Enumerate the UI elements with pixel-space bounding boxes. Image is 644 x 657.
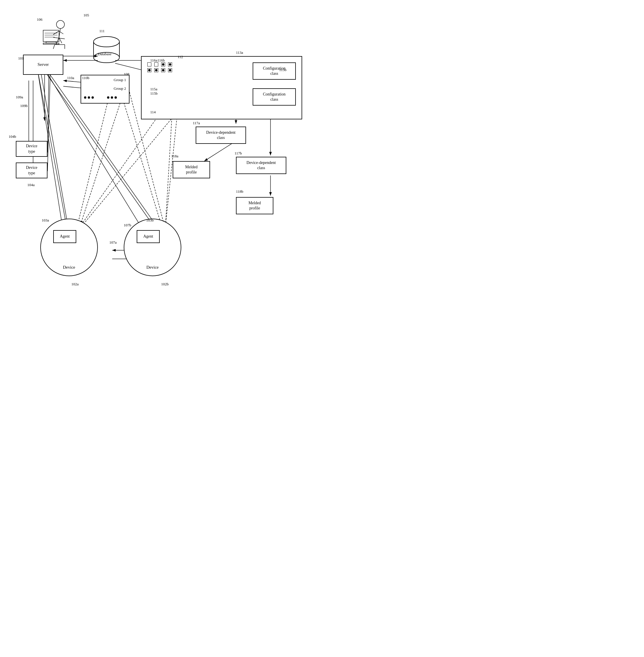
config-area-box: Configurationclass Configurationclass 11… (141, 56, 302, 119)
config-cell (154, 63, 158, 67)
melded-a-label: Meldedprofile (185, 165, 198, 175)
melded-a-box: Meldedprofile (172, 161, 210, 178)
melded-b-label: Meldedprofile (249, 201, 261, 211)
config-cell (168, 63, 172, 67)
dot (169, 63, 171, 66)
ref-104b: 104b (9, 134, 16, 139)
dot (169, 69, 171, 71)
ref-111: 111 (99, 29, 105, 33)
group2-label: Group 2 (114, 86, 126, 91)
device-dep-a-label: Device-dependentclass (206, 130, 236, 140)
ref-106: 106 (37, 17, 43, 22)
config-cell (147, 63, 151, 67)
group1-label: Group 1 (114, 78, 126, 83)
ref-116a: 116a (150, 58, 157, 63)
server-label: Server (38, 62, 49, 68)
dot6 (115, 96, 117, 99)
config-grid (147, 63, 173, 72)
device-type-a-box: Devicetype (16, 141, 47, 157)
ref-114: 114 (150, 110, 156, 115)
ref-113b: 113b (279, 68, 286, 72)
ref-103a: 103a (42, 218, 49, 222)
svg-line-44 (53, 31, 59, 34)
server-box: Server (23, 55, 63, 75)
config-cell (161, 63, 165, 67)
dot (162, 69, 164, 71)
agent-b-label: Agent (143, 234, 153, 239)
svg-line-15 (78, 84, 112, 225)
svg-point-52 (93, 37, 119, 47)
svg-line-30 (47, 69, 50, 171)
config-cell (154, 68, 158, 72)
svg-line-46 (56, 38, 59, 45)
config-class-b-box: Configurationclass (253, 88, 296, 105)
agent-a-label: Agent (60, 234, 70, 239)
svg-line-19 (80, 103, 167, 226)
svg-line-13 (204, 141, 236, 161)
agent-b-box: Agent (137, 230, 160, 243)
user-at-computer (38, 15, 72, 53)
config-cell (147, 68, 151, 72)
device-b-circle: Device (124, 219, 181, 276)
dot5 (111, 96, 113, 99)
ref-107a: 107a (109, 240, 117, 245)
agent-a-box: Agent (53, 230, 76, 243)
ref-101: 101 (18, 56, 24, 61)
svg-line-22 (82, 103, 184, 226)
ref-118a: 118a (171, 154, 178, 159)
svg-line-17 (80, 92, 124, 225)
diagram-container: Server Group 1 Group 2 (0, 0, 322, 329)
ref-116b: 116b (157, 58, 165, 63)
dot3 (92, 96, 94, 99)
ref-112: 112 (178, 55, 183, 59)
dot (162, 63, 164, 66)
ref-113a: 113a (236, 50, 243, 55)
ref-103b: 103b (146, 218, 154, 222)
ref-105: 105 (84, 13, 89, 18)
dot2 (88, 96, 90, 99)
svg-rect-36 (43, 30, 59, 42)
device-a-label: Device (63, 265, 75, 270)
device-dep-b-box: Device-dependentclass (236, 157, 286, 174)
ref-117a: 117a (193, 121, 200, 125)
device-dep-b-label: Device-dependentclass (247, 160, 276, 170)
ref-109b: 109b (20, 103, 28, 108)
ref-110a: 110a (67, 76, 74, 80)
device-type-b-box: Devicetype (16, 163, 47, 178)
device-dep-a-box: Device-dependentclass (196, 126, 246, 144)
ref-118b: 118b (236, 189, 244, 194)
ref-117b: 117b (234, 151, 242, 156)
dot1 (84, 96, 86, 99)
ref-115b: 115b (150, 91, 158, 96)
ref-109a: 109a (16, 95, 23, 99)
config-class-a-box: Configurationclass (253, 63, 296, 80)
device-type-b-label: Devicetype (26, 165, 38, 175)
svg-line-20 (165, 103, 172, 226)
dot4 (107, 96, 109, 99)
dot (155, 69, 157, 71)
config-class-b-label: Configurationclass (263, 92, 286, 102)
device-a-circle: Device (40, 219, 98, 276)
melded-b-box: Meldedprofile (236, 197, 273, 214)
device-b-label: Device (146, 265, 159, 270)
ref-102a: 102a (71, 282, 78, 286)
ref-104a: 104a (27, 183, 34, 187)
config-cell (161, 68, 165, 72)
dot (148, 69, 151, 71)
device-type-a-label: Devicetype (26, 143, 38, 154)
svg-point-42 (56, 20, 65, 28)
database-icon (91, 34, 122, 67)
ref-110b: 110b (82, 76, 90, 80)
svg-line-50 (53, 45, 55, 49)
ref-107b: 107b (124, 223, 131, 228)
svg-line-29 (47, 69, 49, 152)
ref-108: 108 (124, 72, 130, 76)
ref-database-label: Database (98, 52, 112, 56)
config-cell (168, 68, 172, 72)
ref-102b: 102b (161, 282, 169, 286)
